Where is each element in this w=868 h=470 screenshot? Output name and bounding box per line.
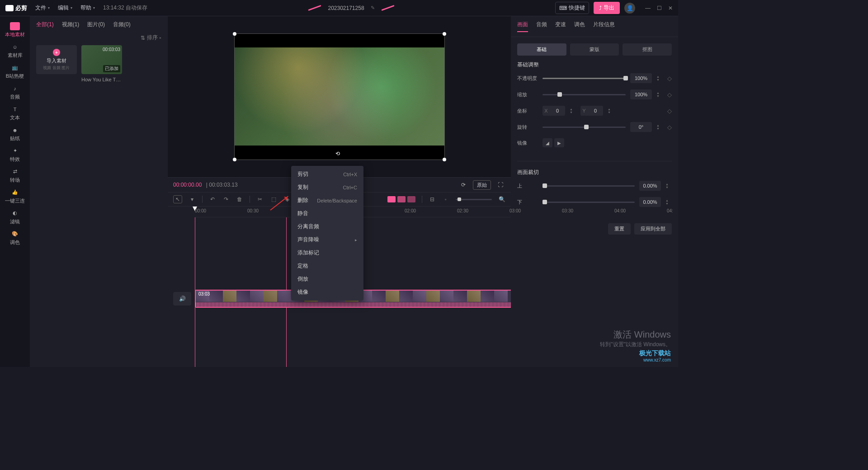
position-x-input[interactable]: X0 [542,106,565,116]
zoom-slider[interactable] [456,199,492,200]
edit-name-icon[interactable]: ✎ [371,5,375,11]
tab-speed[interactable]: 变速 [555,21,566,32]
media-clip-card[interactable]: 00:03:03 已添加 How You Like That ... [81,45,122,82]
tab-info[interactable]: 片段信息 [593,21,615,32]
ctx-mirror[interactable]: 镜像 [291,286,363,299]
preview-frame[interactable]: ⟲ [234,33,445,160]
sidebar-sticker[interactable]: ☻贴纸 [4,124,26,144]
subtab-basic[interactable]: 基础 [517,43,566,56]
sidebar-text[interactable]: T文本 [4,103,26,123]
crop-top-stepper[interactable]: ▲▼ [665,181,672,191]
cursor-tool[interactable]: ↖ [173,195,182,203]
sidebar-hot[interactable]: 📺B站热梗 [4,61,26,81]
shortcut-button[interactable]: ⌨快捷键 [555,2,589,14]
ctx-denoise[interactable]: 声音降噪▸ [291,233,363,246]
ctx-add-marker[interactable]: 添加标记 [291,246,363,259]
close-button[interactable]: ✕ [668,5,673,11]
fullscreen-button[interactable]: ⛶ [495,180,505,189]
scale-value[interactable]: 100% [630,89,652,99]
snap-button-2[interactable] [397,196,406,202]
ctx-cut[interactable]: 剪切Ctrl+X [291,168,363,181]
track-mute-button[interactable]: 🔊 [173,292,191,306]
sidebar-transition[interactable]: ⇄转场 [4,165,26,185]
scale-slider[interactable] [542,94,626,95]
marker-tool[interactable]: ◈ [283,196,291,203]
zoom-reset-button[interactable]: ◦ [442,196,449,203]
opacity-slider[interactable] [542,78,626,79]
apply-all-button[interactable]: 应用到全部 [634,223,672,235]
crop-top-value[interactable]: 0.00% [639,181,661,191]
scale-keyframe-icon[interactable]: ◇ [667,91,672,98]
export-button[interactable]: ⤴导出 [594,2,620,14]
tab-color[interactable]: 调色 [574,21,585,32]
tab-image[interactable]: 图片(0) [87,21,105,28]
reset-transform-icon[interactable]: ⟲ [335,150,344,157]
resize-handle-tl[interactable] [233,32,236,36]
user-avatar[interactable]: 👤 [624,3,635,14]
opacity-keyframe-icon[interactable]: ◇ [667,75,672,82]
rotation-keyframe-icon[interactable]: ◇ [667,124,672,131]
import-media-card[interactable]: + 导入素材 视频 音频 图片 [36,45,77,82]
opacity-value[interactable]: 100% [630,73,652,83]
watermark: 激活 Windows 转到"设置"以激活 Windows。 极光下载站 www.… [600,329,671,362]
align-button[interactable]: ⊟ [429,196,436,203]
sidebar-effect[interactable]: ✦特效 [4,145,26,164]
ctx-delete[interactable]: 删除Delete/Backspace [291,194,363,207]
loop-button[interactable]: ⟳ [458,180,468,189]
maximize-button[interactable]: ☐ [657,5,662,11]
zoom-fit-button[interactable]: 🔍 [498,196,505,203]
tab-audio[interactable]: 音频(0) [113,21,131,28]
edit-menu[interactable]: 编辑▾ [58,4,72,12]
mirror-horizontal-button[interactable]: ◢ [542,138,552,147]
original-ratio-button[interactable]: 原始 [473,180,491,190]
delete-button[interactable]: 🗑 [236,196,243,203]
sidebar-local-media[interactable]: ▸本地素材 [4,20,26,40]
snap-button-1[interactable] [387,196,396,202]
opacity-stepper[interactable]: ▲▼ [656,73,663,83]
snap-button-3[interactable] [407,196,415,202]
crop-bottom-stepper[interactable]: ▲▼ [665,197,672,207]
ctx-freeze[interactable]: 定格 [291,259,363,273]
ctx-detach-audio[interactable]: 分离音频 [291,220,363,233]
split-button[interactable]: ✂ [256,196,264,203]
sidebar-color[interactable]: 🎨调色 [4,228,26,248]
scale-stepper[interactable]: ▲▼ [656,89,663,99]
sort-button[interactable]: ⇅排序▸ [141,34,161,42]
x-stepper[interactable]: ▲▼ [570,106,576,116]
sidebar-audio[interactable]: ♪音频 [4,82,26,102]
ctx-mute[interactable]: 静音 [291,207,363,220]
cursor-dropdown[interactable]: ▾ [189,196,196,203]
minimize-button[interactable]: — [645,5,651,11]
tab-audio-prop[interactable]: 音频 [536,21,547,32]
subtab-mask[interactable]: 蒙版 [570,43,619,56]
tab-all[interactable]: 全部(1) [36,21,54,28]
crop-tool[interactable]: ⬚ [270,196,277,203]
sidebar-library[interactable]: ☺素材库 [4,41,26,61]
resize-handle-bl[interactable] [233,158,236,161]
ctx-reverse[interactable]: 倒放 [291,273,363,286]
undo-button[interactable]: ↶ [209,196,216,203]
rotation-slider[interactable] [542,127,626,128]
resize-handle-br[interactable] [443,158,446,161]
position-y-input[interactable]: Y0 [580,106,603,116]
crop-bottom-slider[interactable] [542,202,635,203]
tab-picture[interactable]: 画面 [517,21,528,32]
crop-bottom-value[interactable]: 0.00% [639,197,661,207]
file-menu[interactable]: 文件▾ [35,4,50,12]
help-menu[interactable]: 帮助▾ [80,4,95,12]
mirror-vertical-button[interactable]: ▶ [554,138,564,147]
reset-button[interactable]: 重置 [608,223,631,235]
sidebar-filter[interactable]: ◐滤镜 [4,207,26,227]
redo-button[interactable]: ↷ [222,196,230,203]
y-stepper[interactable]: ▲▼ [608,106,614,116]
sidebar-combo[interactable]: 👍一键三连 [4,186,26,206]
rotation-value[interactable]: 0° [630,122,652,132]
rotation-stepper[interactable]: ▲▼ [656,122,663,132]
position-keyframe-icon[interactable]: ◇ [667,108,672,114]
ctx-copy[interactable]: 复制Ctrl+C [291,181,363,194]
subtab-cutout[interactable]: 抠图 [623,43,672,56]
project-name[interactable]: 202302171258 [328,5,364,11]
tab-video[interactable]: 视频(1) [62,21,80,28]
resize-handle-tr[interactable] [443,32,446,36]
crop-top-slider[interactable] [542,185,635,187]
